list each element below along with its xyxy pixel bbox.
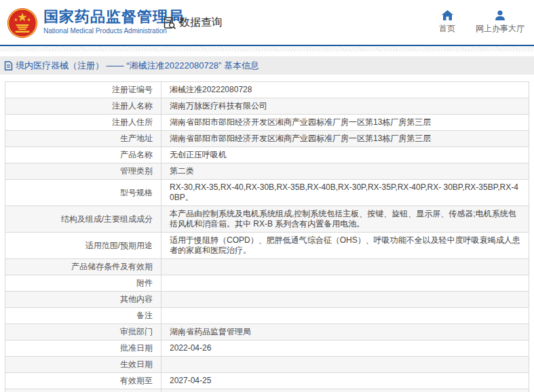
nav-item-service-hall[interactable]: 网上办事大厅 [476,10,525,35]
row-value [161,357,529,373]
row-value: 无创正压呼吸机 [161,147,529,163]
registration-info-table: 注册证编号 湘械注准20222080728 注册人名称 湖南万脉医疗科技有限公司… [5,81,529,392]
breadcrumb: 境内医疗器械（注册） —— “湘械注准20222080728” 基本信息 [0,56,534,75]
row-label: 管理类别 [5,163,161,180]
row-label: 注册人名称 [5,98,161,115]
nav-service-hall-label: 网上办事大厅 [476,23,525,35]
row-value: 湘械注准20222080728 [161,82,529,98]
row-value: 湖南万脉医疗科技有限公司 [161,98,529,115]
table-row: 其他内容 [5,292,529,308]
table-row: 批准日期 2022-04-26 [5,340,529,357]
table-row: 型号规格 RX-30,RX-35,RX-40,RX-30B,RX-35B,RX-… [5,180,529,206]
row-label: 产品名称 [5,147,161,163]
row-value [161,308,529,324]
table-row: 适用范围/预期用途 适用于慢阻肺（COPD）、肥胖低通气综合征（OHS）、呼吸功… [5,233,529,259]
row-label: 注册证编号 [5,82,161,98]
row-value: 湖南省邵阳市邵阳经济开发区湘商产业园标准厂房一区第13栋厂房第三层 [161,131,529,147]
registration-info: 注册证编号 湘械注准20222080728 注册人名称 湖南万脉医疗科技有限公司… [5,81,529,392]
row-value [161,292,529,308]
user-icon [495,10,506,20]
row-value: 本产品由控制系统及电机系统组成,控制系统包括主板、按键、旋钮、显示屏、传感器;电… [161,206,529,233]
nav-item-home[interactable]: 首页 [439,10,455,35]
table-row: 审批部门 湖南省药品监督管理局 [5,324,529,340]
row-label: 审批部门 [5,324,161,340]
row-label: 生效日期 [5,357,161,373]
table-row: 生效日期 [5,357,529,373]
table-row: 生产地址 湖南省邵阳市邵阳经济开发区湘商产业园标准厂房一区第13栋厂房第三层 [5,131,529,147]
row-value [161,259,529,275]
table-row: 产品储存条件及有效期 [5,259,529,275]
row-label: 适用范围/预期用途 [5,233,161,259]
site-header: 国家药品监督管理局 National Medical Products Admi… [0,0,534,46]
row-label: 有效期至 [5,373,161,389]
data-query-section[interactable]: 数据查询 [163,16,223,30]
table-row: 注册人名称 湖南万脉医疗科技有限公司 [5,98,529,115]
table-row: 产品名称 无创正压呼吸机 [5,147,529,163]
row-label: 型号规格 [5,180,161,206]
table-row: 备注 [5,308,529,324]
row-label: 附件 [5,275,161,292]
table-row: 有效期至 2027-04-25 [5,373,529,389]
row-label: 变更情况 [5,389,161,392]
data-query-label: 数据查询 [179,16,223,30]
row-label: 生产地址 [5,131,161,147]
row-value: 2022-04-26 [161,340,529,357]
home-icon [442,10,453,20]
document-icon [4,61,13,71]
row-label: 产品储存条件及有效期 [5,259,161,275]
header-hatch-strip [0,46,534,52]
row-value [161,389,529,392]
table-row: 注册证编号 湘械注准20222080728 [5,82,529,98]
row-label: 结构及组成/主要组成成分 [5,206,161,233]
row-value: 第二类 [161,163,529,180]
row-label: 批准日期 [5,340,161,357]
row-value: 湖南省药品监督管理局 [161,324,529,340]
row-value: 湖南省邵阳市邵阳经济开发区湘商产业园标准厂房一区第13栋厂房第三层 [161,115,529,131]
nav-home-label: 首页 [439,23,455,35]
row-value: RX-30,RX-35,RX-40,RX-30B,RX-35B,RX-40B,R… [161,180,529,206]
document-search-icon [163,16,176,30]
table-row: 结构及组成/主要组成成分 本产品由控制系统及电机系统组成,控制系统包括主板、按键… [5,206,529,233]
top-nav: 首页 网上办事大厅 [439,10,525,35]
row-value [161,275,529,292]
table-row: 管理类别 第二类 [5,163,529,180]
row-label: 注册人住所 [5,115,161,131]
row-label: 备注 [5,308,161,324]
row-value: 2027-04-25 [161,373,529,389]
breadcrumb-text: 境内医疗器械（注册） —— “湘械注准20222080728” 基本信息 [16,60,259,72]
table-row: 变更情况 [5,389,529,392]
row-value: 适用于慢阻肺（COPD）、肥胖低通气综合征（OHS）、呼吸功能不全以及轻中度呼吸… [161,233,529,259]
table-row: 附件 [5,275,529,292]
row-label: 其他内容 [5,292,161,308]
national-emblem-logo [7,7,38,39]
table-row: 注册人住所 湖南省邵阳市邵阳经济开发区湘商产业园标准厂房一区第13栋厂房第三层 [5,115,529,131]
